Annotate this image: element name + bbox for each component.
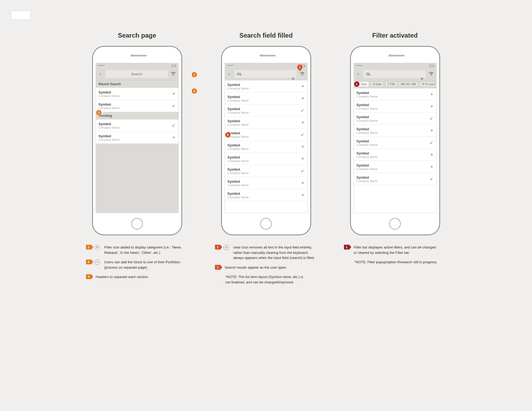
result-list: SymbolCompany Name+SymbolCompany Name+Sy… [354,88,436,213]
note: 3Headers to separate each section. [86,274,188,280]
phone-frame: ‹✕SymbolCompany Name+SymbolCompany Name+… [221,46,311,235]
symbol-label: Symbol [228,143,305,147]
list-item[interactable]: SymbolCompany Name✓ [354,137,436,149]
filter-chip[interactable]: % Gain [371,82,384,87]
list-item[interactable]: SymbolCompany Name✓ [225,165,307,177]
note-badge: 1 [344,245,349,250]
company-label: Company Name [357,167,434,171]
symbol-label: Symbol [99,134,176,138]
add-icon[interactable]: + [301,181,304,185]
note-badge: 1 [215,245,220,250]
list-item[interactable]: SymbolCompany Name+ [225,177,307,189]
add-icon[interactable]: + [301,156,304,161]
note: 1Filter bar displayes active filters, an… [344,245,446,255]
board-title: Search page [86,32,188,39]
list-item[interactable]: SymbolCompany Name✓ [354,173,436,185]
symbol-label: Symbol [357,115,434,119]
check-icon[interactable]: ✓ [301,132,304,137]
add-icon[interactable]: + [301,84,304,89]
section-header: Recent Search [96,80,178,88]
search-bar: ‹✕ [225,68,307,80]
list-item[interactable]: SymbolCompany Name+ [225,153,307,165]
note-text: Filter icon added to display categories … [104,245,188,255]
check-icon[interactable]: ✓ [430,140,433,145]
check-icon[interactable]: ✓ [172,123,175,128]
filter-icon[interactable] [299,71,305,77]
back-icon[interactable]: ‹ [227,71,232,77]
list-item[interactable]: SymbolCompany Name+ [96,88,178,100]
add-icon[interactable]: + [430,164,433,169]
list-item[interactable]: SymbolCompany Name+ [354,100,436,113]
page-title [11,11,31,20]
home-button[interactable] [131,218,143,230]
list-item[interactable]: SymbolCompany Name+ [354,88,436,100]
screen: ‹✕✕ Clear% GainT-TSKMin Vol. 50K% Yr Low… [354,63,437,213]
list-item[interactable]: SymbolCompany Name+ [354,161,436,173]
callout-badge: 1 [297,64,303,70]
note-badge: 2 [86,259,91,264]
check-icon[interactable]: ✓ [430,176,433,182]
add-icon[interactable]: + [430,128,433,133]
add-icon[interactable]: + [430,92,433,97]
note-text: *NOTE: Filter popup/option Research stil… [354,259,437,265]
search-input[interactable] [364,70,426,78]
symbol-label: Symbol [357,163,434,167]
symbol-label: Symbol [99,90,176,94]
company-label: Company Name [228,87,305,90]
back-icon[interactable]: ‹ [356,71,361,77]
list-item[interactable]: SymbolCompany Name+ [225,80,307,92]
filter-bar[interactable]: ✕ Clear% GainT-TSKMin Vol. 50K% Yr Low 2 [354,80,436,88]
note: *NOTE: The list item layout (Symbol name… [215,274,317,285]
search-input[interactable] [106,70,168,78]
check-icon[interactable]: ✓ [301,168,304,174]
back-icon[interactable]: ‹ [98,71,103,77]
list-item[interactable]: SymbolCompany Name✓ [225,104,307,117]
symbol-label: Symbol [357,175,434,179]
symbol-label: Symbol [228,167,305,171]
filter-chip[interactable]: Min Vol. 50K [399,82,418,87]
add-icon[interactable]: + [430,104,433,109]
symbol-label: Symbol [228,107,305,111]
list-item[interactable]: SymbolCompany Name✓ [96,120,178,132]
company-label: Company Name [99,126,176,129]
filter-icon[interactable] [428,71,434,77]
list-item[interactable]: SymbolCompany Name+ [225,92,307,104]
symbol-label: Symbol [228,95,305,99]
check-icon[interactable]: ✓ [430,116,433,121]
add-icon[interactable]: + [430,152,433,157]
list-item[interactable]: SymbolCompany Name+ [354,149,436,161]
list-item[interactable]: SymbolCompany Name+ [96,132,178,144]
check-icon[interactable]: ✓ [301,108,304,113]
note-text: Filter bar displayes active filters, and… [354,245,437,255]
callout-badge: 1 [354,81,360,87]
home-button[interactable] [260,218,272,230]
home-button[interactable] [389,218,401,230]
symbol-label: Symbol [228,179,305,183]
company-label: Company Name [228,196,305,199]
note-text: Users can add the Stock to one of their … [104,259,188,270]
list-item[interactable]: SymbolCompany Name+ [354,125,436,137]
filter-chip[interactable]: % Yr Low 2 [420,82,436,87]
note-text: Headers to separate each section. [96,274,149,280]
search-input[interactable] [235,70,297,78]
filter-icon[interactable] [170,71,176,77]
list-item[interactable]: SymbolCompany Name+ [225,141,307,153]
add-icon[interactable]: + [172,91,175,96]
add-icon[interactable]: + [301,144,304,149]
list-item[interactable]: SymbolCompany Name+ [225,189,307,201]
company-label: Company Name [228,99,305,102]
search-bar: ‹ [96,68,178,80]
add-icon[interactable]: + [301,96,304,101]
note-text: *NOTE: The list item layout (Symbol name… [225,274,309,285]
company-label: Company Name [357,119,434,122]
filter-chip[interactable]: T-TSK [385,82,397,87]
list-item[interactable]: SymbolCompany Name✓ [354,113,436,125]
add-icon[interactable]: + [301,120,304,125]
check-icon[interactable]: ✓ [172,103,175,109]
add-icon[interactable]: + [301,193,304,197]
add-icon[interactable]: + [172,135,175,140]
list-item[interactable]: SymbolCompany Name✓ [225,129,307,141]
list-item[interactable]: SymbolCompany Name+ [225,117,307,129]
clear-icon[interactable]: ✕ [420,76,425,81]
list-item[interactable]: SymbolCompany Name✓ [96,100,178,112]
